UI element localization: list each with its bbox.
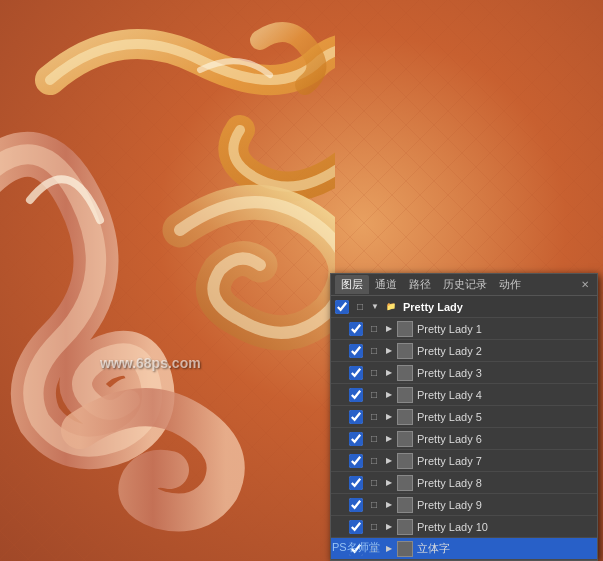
layer-eye-icon: □ bbox=[367, 432, 381, 446]
layer-visibility-checkbox[interactable] bbox=[349, 366, 363, 380]
layer-eye-icon: □ bbox=[367, 542, 381, 556]
tab-channels[interactable]: 通道 bbox=[369, 275, 403, 294]
panel-tab-bar: 图层 通道 路径 历史记录 动作 ✕ bbox=[331, 274, 597, 296]
layer-name: Pretty Lady 9 bbox=[415, 499, 482, 511]
layer-thumbnail-icon bbox=[397, 365, 413, 381]
layer-row[interactable]: □ ▶ Pretty Lady 7 bbox=[331, 450, 597, 472]
layer-name: Pretty Lady 10 bbox=[415, 521, 488, 533]
layer-expand-arrow[interactable]: ▶ bbox=[384, 324, 394, 334]
watermark-text: www.68ps.com bbox=[100, 355, 201, 371]
layer-row[interactable]: □ ▶ Pretty Lady 10 bbox=[331, 516, 597, 538]
tab-actions[interactable]: 动作 bbox=[493, 275, 527, 294]
layer-eye-icon: □ bbox=[367, 388, 381, 402]
layer-eye-icon: □ bbox=[367, 322, 381, 336]
layer-expand-arrow[interactable]: ▶ bbox=[384, 434, 394, 444]
layer-expand-arrow[interactable]: ▶ bbox=[384, 346, 394, 356]
layer-eye-icon: □ bbox=[367, 520, 381, 534]
layer-name: Pretty Lady 5 bbox=[415, 411, 482, 423]
layer-visibility-checkbox[interactable] bbox=[349, 344, 363, 358]
layer-visibility-checkbox[interactable] bbox=[349, 454, 363, 468]
layers-panel: 图层 通道 路径 历史记录 动作 ✕ □ ▼ 📁 Pretty Lady □ ▶… bbox=[330, 273, 598, 561]
layer-thumbnail-icon bbox=[397, 343, 413, 359]
layer-thumbnail-icon bbox=[397, 475, 413, 491]
layer-visibility-checkbox[interactable] bbox=[349, 322, 363, 336]
layer-row[interactable]: □ ▶ Pretty Lady 9 bbox=[331, 494, 597, 516]
layer-thumbnail-icon bbox=[397, 453, 413, 469]
layer-thumbnail-icon bbox=[397, 497, 413, 513]
layer-row[interactable]: □ ▶ Pretty Lady 8 bbox=[331, 472, 597, 494]
layer-expand-arrow[interactable]: ▶ bbox=[384, 456, 394, 466]
layer-thumbnail-icon bbox=[397, 431, 413, 447]
layer-expand-arrow[interactable]: ▶ bbox=[384, 368, 394, 378]
layer-name: Pretty Lady 3 bbox=[415, 367, 482, 379]
layer-name: Pretty Lady bbox=[401, 301, 463, 313]
layer-visibility-checkbox[interactable] bbox=[349, 410, 363, 424]
tab-paths[interactable]: 路径 bbox=[403, 275, 437, 294]
layer-eye-icon: □ bbox=[367, 344, 381, 358]
layer-expand-arrow[interactable]: ▶ bbox=[384, 522, 394, 532]
layer-eye-icon: □ bbox=[367, 498, 381, 512]
layer-name: Pretty Lady 7 bbox=[415, 455, 482, 467]
art-decoration bbox=[0, 0, 335, 561]
layer-visibility-checkbox[interactable] bbox=[349, 476, 363, 490]
tab-layers[interactable]: 图层 bbox=[335, 275, 369, 294]
layer-row[interactable]: □ ▶ Pretty Lady 6 bbox=[331, 428, 597, 450]
layer-name: Pretty Lady 2 bbox=[415, 345, 482, 357]
tab-history[interactable]: 历史记录 bbox=[437, 275, 493, 294]
layer-visibility-checkbox[interactable] bbox=[349, 498, 363, 512]
layer-expand-arrow[interactable]: ▶ bbox=[384, 390, 394, 400]
layer-name: Pretty Lady 6 bbox=[415, 433, 482, 445]
layer-name: 立体字 bbox=[415, 541, 450, 556]
layer-row[interactable]: □ ▶ Pretty Lady 1 bbox=[331, 318, 597, 340]
layer-eye-icon: □ bbox=[367, 476, 381, 490]
layer-row[interactable]: □ ▶ Pretty Lady 4 bbox=[331, 384, 597, 406]
layer-expand-arrow[interactable]: ▶ bbox=[384, 478, 394, 488]
layer-expand-arrow[interactable]: ▼ bbox=[370, 302, 380, 312]
layer-name: Pretty Lady 1 bbox=[415, 323, 482, 335]
layers-list[interactable]: □ ▼ 📁 Pretty Lady □ ▶ Pretty Lady 1 □ ▶ … bbox=[331, 296, 597, 560]
layer-thumbnail-icon bbox=[397, 321, 413, 337]
layer-row[interactable]: □ ▶ Pretty Lady 2 bbox=[331, 340, 597, 362]
layer-expand-arrow[interactable]: ▶ bbox=[384, 412, 394, 422]
layer-thumbnail-icon bbox=[397, 541, 413, 557]
layer-eye-icon: □ bbox=[353, 300, 367, 314]
layer-eye-icon: □ bbox=[367, 410, 381, 424]
layer-name: Pretty Lady 4 bbox=[415, 389, 482, 401]
layer-visibility-checkbox[interactable] bbox=[349, 432, 363, 446]
layer-row[interactable]: □ ▼ 📁 Pretty Lady bbox=[331, 296, 597, 318]
layer-name: Pretty Lady 8 bbox=[415, 477, 482, 489]
layer-visibility-checkbox[interactable] bbox=[349, 520, 363, 534]
layer-thumbnail-icon bbox=[397, 519, 413, 535]
layer-thumbnail-icon bbox=[397, 409, 413, 425]
folder-icon: 📁 bbox=[383, 299, 399, 315]
layer-visibility-checkbox[interactable] bbox=[335, 300, 349, 314]
layer-expand-arrow[interactable]: ▶ bbox=[384, 544, 394, 554]
layer-row[interactable]: □ ▶ Pretty Lady 3 bbox=[331, 362, 597, 384]
layer-expand-arrow[interactable]: ▶ bbox=[384, 500, 394, 510]
panel-close-button[interactable]: ✕ bbox=[577, 277, 593, 292]
layer-visibility-checkbox[interactable] bbox=[349, 388, 363, 402]
layer-thumbnail-icon bbox=[397, 387, 413, 403]
layer-row[interactable]: □ ▶ Pretty Lady 5 bbox=[331, 406, 597, 428]
layer-eye-icon: □ bbox=[367, 454, 381, 468]
layer-visibility-checkbox[interactable] bbox=[349, 542, 363, 556]
layer-row[interactable]: □ ▶ 立体字 bbox=[331, 538, 597, 560]
layer-eye-icon: □ bbox=[367, 366, 381, 380]
